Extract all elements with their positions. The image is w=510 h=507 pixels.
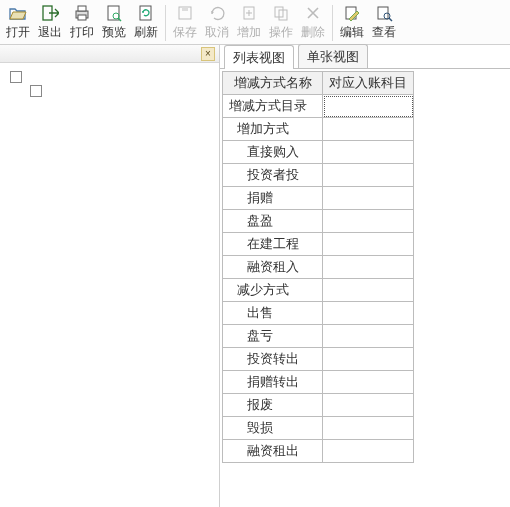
table-row[interactable]: 融资租出	[223, 440, 414, 463]
edit-icon	[342, 3, 362, 23]
add-label: 增加	[237, 25, 261, 39]
svg-rect-3	[78, 15, 86, 20]
table-row[interactable]: 增加方式	[223, 118, 414, 141]
table-row[interactable]: 在建工程	[223, 233, 414, 256]
table-row[interactable]: 报废	[223, 394, 414, 417]
table-row[interactable]: 盘亏	[223, 325, 414, 348]
save-button: 保存	[169, 2, 201, 44]
save-icon	[175, 3, 195, 23]
refresh-icon	[136, 3, 156, 23]
view-icon	[374, 3, 394, 23]
svg-rect-2	[78, 6, 86, 11]
print-button[interactable]: 打印	[66, 2, 98, 44]
table-row[interactable]: 捐赠转出	[223, 371, 414, 394]
column-header-name[interactable]: 增减方式名称	[223, 72, 323, 95]
cell-account[interactable]	[323, 210, 414, 233]
edit-label: 编辑	[340, 25, 364, 39]
column-header-account[interactable]: 对应入账科目	[323, 72, 414, 95]
tree-node[interactable]	[30, 85, 215, 97]
right-pane: 列表视图 单张视图 增减方式名称 对应入账科目 增减方式目录增加方式直接购入投资…	[220, 45, 510, 507]
cell-name[interactable]: 盘盈	[223, 210, 323, 233]
cell-account[interactable]	[323, 164, 414, 187]
table-row[interactable]: 直接购入	[223, 141, 414, 164]
left-pane-header: ×	[0, 45, 219, 63]
printer-icon	[72, 3, 92, 23]
cell-name[interactable]: 增加方式	[223, 118, 323, 141]
cell-account[interactable]	[323, 302, 414, 325]
tab-single-view[interactable]: 单张视图	[298, 44, 368, 68]
grid-container: 增减方式名称 对应入账科目 增减方式目录增加方式直接购入投资者投捐赠盘盈在建工程…	[220, 69, 510, 507]
open-button[interactable]: 打开	[2, 2, 34, 44]
tab-bar: 列表视图 单张视图	[220, 45, 510, 69]
cancel-label: 取消	[205, 25, 229, 39]
cancel-button: 取消	[201, 2, 233, 44]
tab-list-view[interactable]: 列表视图	[224, 45, 294, 69]
main-area: × 列表视图 单张视图 增减方式名称 对应入账科目	[0, 45, 510, 507]
cell-account[interactable]	[323, 394, 414, 417]
cell-name[interactable]: 毁损	[223, 417, 323, 440]
cell-name[interactable]: 减少方式	[223, 279, 323, 302]
cell-name[interactable]: 投资转出	[223, 348, 323, 371]
table-row[interactable]: 减少方式	[223, 279, 414, 302]
cell-account[interactable]	[323, 187, 414, 210]
table-row[interactable]: 出售	[223, 302, 414, 325]
toolbar: 打开 退出 打印 预览 刷新 保存 取消	[0, 0, 510, 45]
table-row[interactable]: 毁损	[223, 417, 414, 440]
checkbox-icon[interactable]	[30, 85, 42, 97]
folder-open-icon	[8, 3, 28, 23]
table-row[interactable]: 盘盈	[223, 210, 414, 233]
tree[interactable]	[0, 63, 219, 507]
table-row[interactable]: 投资转出	[223, 348, 414, 371]
preview-icon	[104, 3, 124, 23]
close-icon[interactable]: ×	[201, 47, 215, 61]
delete-icon	[303, 3, 323, 23]
add-icon	[239, 3, 259, 23]
cell-name[interactable]: 融资租出	[223, 440, 323, 463]
cell-name[interactable]: 在建工程	[223, 233, 323, 256]
cell-name[interactable]: 直接购入	[223, 141, 323, 164]
preview-label: 预览	[102, 25, 126, 39]
cell-account[interactable]	[323, 233, 414, 256]
data-grid[interactable]: 增减方式名称 对应入账科目 增减方式目录增加方式直接购入投资者投捐赠盘盈在建工程…	[222, 71, 414, 463]
tree-node[interactable]	[10, 71, 215, 83]
table-row[interactable]: 融资租入	[223, 256, 414, 279]
cell-account[interactable]	[323, 256, 414, 279]
cell-name[interactable]: 投资者投	[223, 164, 323, 187]
left-pane: ×	[0, 45, 220, 507]
cell-account[interactable]	[323, 118, 414, 141]
view-button[interactable]: 查看	[368, 2, 400, 44]
preview-button[interactable]: 预览	[98, 2, 130, 44]
edit-button[interactable]: 编辑	[336, 2, 368, 44]
cell-name[interactable]: 盘亏	[223, 325, 323, 348]
print-label: 打印	[70, 25, 94, 39]
exit-label: 退出	[38, 25, 62, 39]
cell-name[interactable]: 捐赠	[223, 187, 323, 210]
exit-button[interactable]: 退出	[34, 2, 66, 44]
table-row[interactable]: 增减方式目录	[223, 95, 414, 118]
cell-name[interactable]: 融资租入	[223, 256, 323, 279]
refresh-button[interactable]: 刷新	[130, 2, 162, 44]
cell-account[interactable]	[323, 279, 414, 302]
cell-account[interactable]	[323, 95, 414, 118]
cell-account[interactable]	[323, 141, 414, 164]
op-button: 操作	[265, 2, 297, 44]
toolbar-separator	[332, 5, 333, 41]
cell-name[interactable]: 报废	[223, 394, 323, 417]
view-label: 查看	[372, 25, 396, 39]
refresh-label: 刷新	[134, 25, 158, 39]
cell-account[interactable]	[323, 371, 414, 394]
cell-name[interactable]: 捐赠转出	[223, 371, 323, 394]
delete-label: 删除	[301, 25, 325, 39]
cell-name[interactable]: 出售	[223, 302, 323, 325]
open-label: 打开	[6, 25, 30, 39]
checkbox-icon[interactable]	[10, 71, 22, 83]
cancel-icon	[207, 3, 227, 23]
cell-account[interactable]	[323, 417, 414, 440]
cell-account[interactable]	[323, 348, 414, 371]
cell-name[interactable]: 增减方式目录	[223, 95, 323, 118]
table-row[interactable]: 捐赠	[223, 187, 414, 210]
cell-account[interactable]	[323, 325, 414, 348]
table-row[interactable]: 投资者投	[223, 164, 414, 187]
cell-account[interactable]	[323, 440, 414, 463]
exit-icon	[40, 3, 60, 23]
